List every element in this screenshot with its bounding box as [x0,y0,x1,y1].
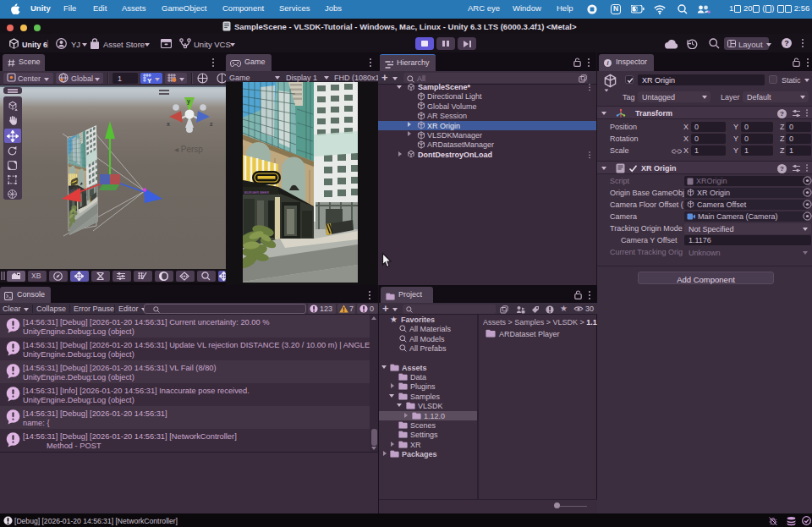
svg-text:y: y [187,98,190,105]
svg-text:x: x [167,121,170,127]
svg-text:z: z [210,121,213,127]
svg-text:Y: Y [147,76,152,83]
